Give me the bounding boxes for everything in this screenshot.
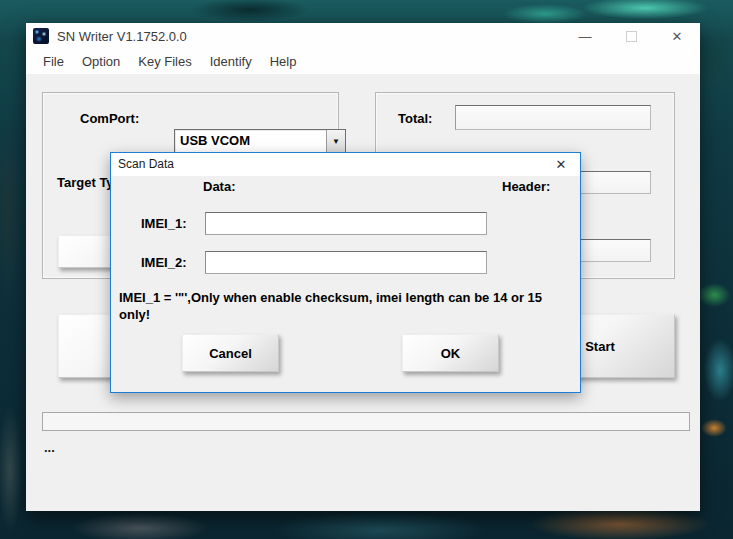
scan-data-dialog: Scan Data ✕ Data: Header: IMEI_1: IMEI_2…	[110, 152, 581, 393]
dialog-title-bar[interactable]: Scan Data ✕	[111, 153, 580, 176]
maximize-icon	[626, 31, 637, 42]
minimize-button[interactable]: —	[562, 23, 608, 49]
screen: SN Writer V1.1752.0.0 — ✕ File Option Ke…	[0, 0, 733, 539]
close-icon: ✕	[672, 29, 683, 44]
window-controls: — ✕	[562, 23, 700, 49]
ok-button-label: OK	[441, 346, 461, 361]
total-field[interactable]	[455, 105, 651, 130]
close-button[interactable]: ✕	[654, 23, 700, 49]
chevron-down-icon: ▼	[332, 138, 340, 146]
close-icon: ✕	[556, 157, 567, 172]
menu-item-identify[interactable]: Identify	[201, 51, 261, 72]
status-text: ...	[44, 440, 55, 455]
menu-item-option[interactable]: Option	[73, 51, 129, 72]
ok-button[interactable]: OK	[402, 334, 499, 372]
cancel-button[interactable]: Cancel	[182, 334, 279, 372]
start-button-label: Start	[585, 339, 615, 354]
dialog-title: Scan Data	[118, 157, 174, 171]
imei1-input[interactable]	[205, 212, 487, 235]
checksum-warning-text: IMEI_1 = '"',Only when enable checksum, …	[119, 289, 571, 323]
comport-label: ComPort:	[80, 111, 139, 126]
comport-dropdown-button[interactable]: ▼	[326, 130, 345, 153]
dialog-close-button[interactable]: ✕	[546, 153, 576, 176]
cancel-button-label: Cancel	[209, 346, 252, 361]
title-bar[interactable]: SN Writer V1.1752.0.0 — ✕	[26, 23, 700, 49]
data-column-label: Data:	[203, 179, 236, 194]
app-icon	[33, 28, 49, 44]
minimize-icon: —	[579, 29, 592, 44]
menu-bar: File Option Key Files Identify Help	[26, 49, 700, 74]
maximize-button[interactable]	[608, 23, 654, 49]
menu-item-help[interactable]: Help	[261, 51, 306, 72]
menu-item-key-files[interactable]: Key Files	[129, 51, 200, 72]
imei2-input[interactable]	[205, 251, 487, 274]
menu-item-file[interactable]: File	[34, 51, 73, 72]
imei2-label: IMEI_2:	[141, 255, 187, 270]
comport-selected-value: USB VCOM	[175, 130, 326, 153]
total-label: Total:	[398, 111, 432, 126]
header-column-label: Header:	[502, 179, 550, 194]
progress-bar	[42, 412, 690, 431]
window-title: SN Writer V1.1752.0.0	[57, 29, 187, 44]
imei1-label: IMEI_1:	[141, 216, 187, 231]
comport-select[interactable]: USB VCOM ▼	[174, 129, 346, 154]
